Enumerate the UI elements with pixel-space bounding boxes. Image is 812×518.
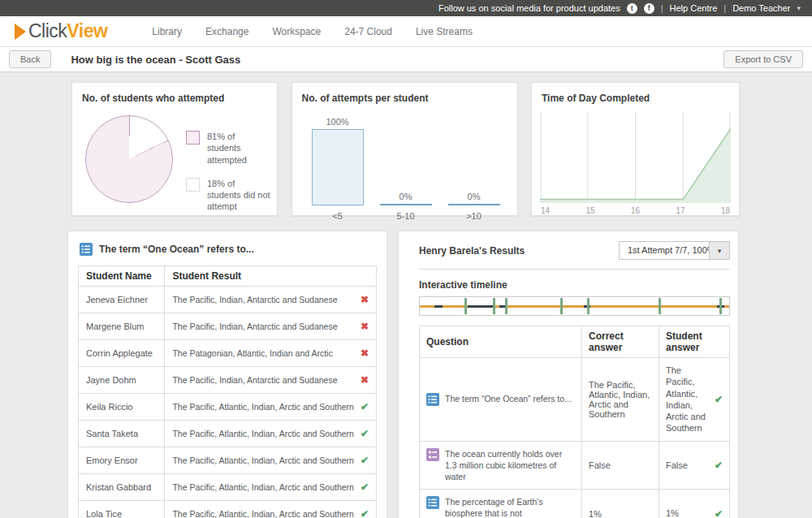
student-row: Keila RiccioThe Pacific, Atlantic, India… [79,394,377,421]
pie-legend: 81% of students attempted 18% of student… [186,131,270,213]
student-answer-cell: False✔ [659,441,730,490]
question-cell: The percentage of Earth's biosphere that… [420,490,582,518]
student-result-cell: The Pacific, Atlantic, Indian, Arctic an… [165,501,377,518]
cross-icon: ✖ [361,321,369,332]
main-nav: Library Exchange Workspace 24-7 Cloud Li… [152,26,473,37]
bar [312,129,364,205]
check-icon: ✔ [361,455,369,466]
bar [448,204,500,205]
bar-chart: 100%<50%5-100%>10 [292,104,517,224]
nav-item-24-7-cloud[interactable]: 24-7 Cloud [344,26,392,37]
student-result: The Pacific, Atlantic, Indian, Arctic an… [172,402,354,412]
legend-label: 81% of students attempted [207,131,270,166]
check-icon: ✔ [361,508,369,518]
nav-item-library[interactable]: Library [152,26,182,37]
question-cell: The term “One Ocean” refers to... [420,358,582,442]
check-icon: ✔ [715,394,723,405]
student-result-cell: The Pacific, Atlantic, Indian, Arctic an… [165,421,377,447]
question-marker-icon[interactable] [659,298,661,314]
nav-item-exchange[interactable]: Exchange [205,26,248,37]
question-marker-icon[interactable] [719,298,722,314]
table-header-row: Question Correct answer Student answer [420,326,730,358]
caret-down-icon[interactable]: ▾ [797,4,801,12]
class-results-table: Student Name Student Result Jeneva Eichn… [78,265,377,518]
student-results-card: Henry Barela's Results 1st Attempt 7/7, … [398,231,739,518]
navbar: Click View Library Exchange Workspace 24… [0,16,812,47]
question-cell: The ocean currently holds over 1.3 milli… [420,441,582,490]
column-header-correct-answer: Correct answer [582,326,659,358]
check-icon: ✔ [361,401,369,412]
back-button[interactable]: Back [9,50,51,68]
legend-item: 18% of students did not attempt [186,178,270,213]
student-results-title: Henry Barela's Results [419,245,525,257]
check-icon: ✔ [715,508,723,518]
cross-icon: ✖ [361,294,369,305]
student-result-cell: The Pacific, Indian, Antarctic and Sudan… [165,313,377,340]
question-row: The ocean currently holds over 1.3 milli… [420,441,730,490]
bar-value-label: 0% [468,192,481,201]
logo-text-click: Click [28,20,67,42]
student-results-header: Henry Barela's Results 1st Attempt 7/7, … [419,241,730,270]
bar-category-label: 5-10 [396,211,414,224]
nav-item-workspace[interactable]: Workspace [272,26,321,37]
column-header-question: Question [420,326,582,358]
export-csv-button[interactable]: Export to CSV [723,50,803,68]
student-result: The Pacific, Atlantic, Indian, Arctic an… [172,455,354,465]
user-menu[interactable]: Demo Teacher [732,3,790,13]
question-marker-icon[interactable] [587,298,590,314]
interactive-timeline[interactable] [419,296,730,316]
multiple-choice-icon [426,496,439,509]
question-marker-icon[interactable] [464,298,467,314]
question-row: The percentage of Earth's biosphere that… [420,490,730,518]
clickview-logo[interactable]: Click View [15,20,107,42]
student-result-cell: The Pacific, Indian, Antarctic and Sudan… [165,287,377,313]
student-row: Lola TiceThe Pacific, Atlantic, Indian, … [79,501,377,518]
student-name: Margene Blum [79,313,165,340]
hour-label: 17 [676,206,685,215]
bar-column: 0%5-10 [372,106,440,224]
card-title: No. of students who attempted [72,83,277,104]
student-row: Jeneva EichnerThe Pacific, Indian, Antar… [79,287,377,313]
student-result: The Pacific, Atlantic, Indian, Arctic an… [172,509,354,518]
student-row: Jayne DohmThe Pacific, Indian, Antarctic… [79,367,377,394]
facebook-icon[interactable]: f [644,3,654,14]
separator: | [661,3,663,13]
area-chart: 1415161718 [540,111,731,215]
question-marker-icon[interactable] [560,298,563,314]
watched-segment [434,305,443,308]
student-result: The Pacific, Atlantic, Indian, Arctic an… [172,482,354,492]
student-name: Emory Ensor [79,447,165,474]
logo-text-view: View [67,20,107,42]
card-time-of-day: Time of Day Completed 1415161718 [531,82,740,216]
watched-segment [468,305,492,308]
question-row: The term “One Ocean” refers to...The Pac… [420,358,730,442]
column-header-student-result: Student Result [165,266,377,287]
help-centre-link[interactable]: Help Centre [670,3,718,13]
attempt-select[interactable]: 1st Attempt 7/7, 100% ▾ [619,241,730,260]
question-results-card: The term “One Ocean” refers to... Studen… [67,231,387,518]
topbar: Follow us on social media for product up… [0,0,812,16]
bar-category-label: >10 [466,211,482,224]
student-answer-cell: The Pacific, Atlantic, Indian, Arctic an… [659,358,730,442]
toolbar: Back How big is the ocean - Scott Gass E… [0,47,812,72]
bar [380,204,432,205]
question-marker-icon[interactable] [505,298,508,314]
student-row: Emory EnsorThe Pacific, Atlantic, Indian… [79,447,377,474]
bar-column: 0%>10 [440,106,508,224]
check-icon: ✔ [361,428,369,439]
student-name: Lola Tice [79,501,165,518]
nav-item-live-streams[interactable]: Live Streams [416,26,473,37]
caret-down-icon: ▾ [709,242,729,259]
play-icon [15,24,26,40]
question-marker-icon[interactable] [493,298,495,314]
student-result-cell: The Pacific, Atlantic, Indian, Arctic an… [165,447,377,474]
student-result-cell: The Pacific, Atlantic, Indian, Arctic an… [165,394,377,421]
student-name: Santa Taketa [79,421,165,447]
twitter-icon[interactable]: t [627,3,637,14]
correct-answer-cell: The Pacific, Atlantic, Indian, Arctic an… [582,358,659,442]
legend-label: 18% of students did not attempt [207,178,270,213]
multiple-choice-icon [80,243,93,256]
separator: | [723,3,726,13]
legend-item: 81% of students attempted [186,131,270,166]
cross-icon: ✖ [361,374,369,386]
